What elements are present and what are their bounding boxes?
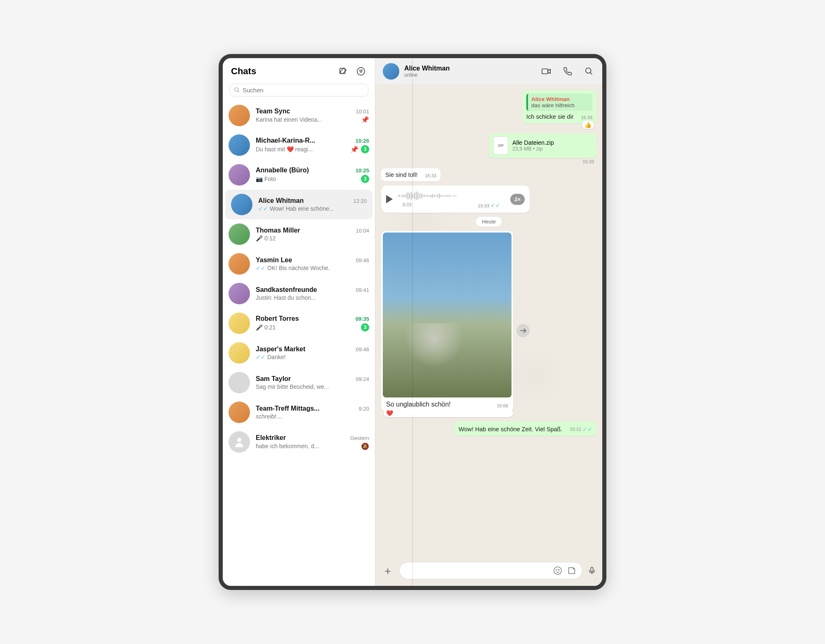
chat-list-item[interactable]: Annabelle (Büro)10:25📷 Foto3	[223, 160, 375, 190]
chat-name: Team Sync	[256, 108, 290, 115]
image-content[interactable]	[383, 233, 512, 397]
voice-speed-button[interactable]: 2×	[510, 194, 525, 205]
reply-text: das wäre hilfreich	[531, 102, 589, 108]
message-out-reply[interactable]: Alice Whitman das wäre hilfreich Ich sch…	[522, 90, 596, 129]
svg-rect-8	[542, 69, 548, 74]
chat-preview: Du hast mit ❤️ reagi...	[256, 146, 348, 153]
read-tick-icon: ✓✓	[256, 354, 266, 360]
chat-list-item[interactable]: Sam Taylor09:24Sag mir bitte Bescheid, w…	[223, 368, 375, 397]
read-tick-icon: ✓✓	[256, 265, 266, 271]
chat-list-item[interactable]: Team Sync10:01Karina hat einen Videoa...…	[223, 101, 375, 130]
message-out-text[interactable]: Wow! Hab eine schöne Zeit. Viel Spaß. 15…	[455, 421, 596, 436]
file-info: Alle Dateien.zip 23,5 MB • zip	[512, 139, 592, 152]
voice-call-icon[interactable]	[562, 66, 573, 77]
chat-search-icon[interactable]	[583, 66, 595, 77]
chat-list[interactable]: Team Sync10:01Karina hat einen Videoa...…	[223, 101, 375, 586]
search-box[interactable]	[229, 84, 368, 96]
chat-meta: Jasper's Market09:46✓✓ Danke!	[256, 346, 369, 360]
chat-time: 09:46	[356, 346, 369, 353]
chat-list-item[interactable]: Robert Torres09:35🎤 0:213	[223, 308, 375, 338]
chat-time: 12:20	[353, 198, 367, 204]
avatar	[229, 431, 250, 453]
search-wrap	[223, 82, 375, 101]
chat-meta: Team Sync10:01Karina hat einen Videoa...…	[256, 108, 369, 124]
chat-preview: 🎤 0:21	[256, 324, 358, 331]
image-time: 15:06	[497, 403, 508, 408]
file-icon: ZIP	[493, 136, 508, 155]
svg-line-6	[238, 91, 239, 92]
chat-list-item[interactable]: Michael-Karina-R...10:26Du hast mit ❤️ r…	[223, 130, 375, 160]
chat-time: 10:26	[356, 138, 369, 144]
svg-point-7	[237, 438, 241, 442]
search-input[interactable]	[243, 87, 364, 94]
play-icon[interactable]	[386, 195, 393, 203]
svg-line-10	[590, 73, 592, 75]
reaction-thumbsup[interactable]: 👍	[582, 121, 594, 129]
chat-name: Annabelle (Büro)	[256, 167, 309, 174]
chat-list-item[interactable]: ElektrikerGesternhabe ich bekommen, d...…	[223, 427, 375, 457]
device-frame: Chats Team Sync10:01Karina hat einen Vid…	[219, 54, 606, 590]
message-in-text[interactable]: Sie sind toll! 15:33	[381, 168, 441, 181]
message-input-field[interactable]	[399, 562, 582, 579]
chat-time: 09:46	[356, 257, 369, 263]
chat-list-item[interactable]: Yasmin Lee09:46✓✓ OK! Bis nächste Woche.	[223, 249, 375, 279]
avatar	[229, 223, 250, 245]
chat-preview: Karina hat einen Videoa...	[256, 116, 358, 123]
read-tick-icon: ✓✓	[258, 205, 268, 212]
svg-point-5	[235, 88, 238, 92]
svg-rect-14	[591, 567, 593, 572]
input-bar: ＋	[375, 558, 602, 586]
unread-badge: 3	[361, 145, 369, 153]
avatar	[231, 194, 252, 215]
chat-preview: 🎤 0:12	[256, 235, 367, 242]
file-name: Alle Dateien.zip	[512, 139, 592, 146]
sticker-icon[interactable]	[567, 566, 576, 575]
avatar	[229, 283, 250, 304]
attach-icon[interactable]: ＋	[381, 564, 394, 578]
messages-area[interactable]: Alice Whitman das wäre hilfreich Ich sch…	[375, 85, 602, 558]
mic-icon[interactable]	[587, 566, 596, 575]
emoji-icon[interactable]	[553, 566, 562, 575]
chat-name: Elektriker	[256, 434, 286, 442]
voice-waveform[interactable]	[398, 190, 505, 202]
chat-header-name: Alice Whitman	[404, 65, 535, 72]
chat-list-item[interactable]: Thomas Miller10:04🎤 0:12	[223, 219, 375, 249]
chat-name: Thomas Miller	[256, 227, 300, 234]
unread-badge: 3	[361, 175, 369, 183]
chat-list-item[interactable]: Sandkastenfreunde09:41Justin: Hast du sc…	[223, 279, 375, 308]
chat-list-item[interactable]: Jasper's Market09:46✓✓ Danke!	[223, 338, 375, 368]
chat-header[interactable]: Alice Whitman online	[375, 58, 602, 85]
message-text: Ich schicke sie dir	[526, 113, 573, 120]
avatar	[229, 313, 250, 334]
message-out-file[interactable]: ZIP Alle Dateien.zip 23,5 MB • zip 15:33	[489, 133, 596, 164]
voice-indicator-icon: 🎤	[256, 235, 263, 242]
message-in-image[interactable]: So unglaublich schön! 15:06 ❤️	[381, 231, 513, 417]
chat-meta: Thomas Miller10:04🎤 0:12	[256, 227, 369, 242]
chat-preview: ✓✓ Wow! Hab eine schöne...	[258, 205, 364, 212]
file-meta: 23,5 MB • zip	[512, 146, 592, 152]
message-text: Sie sind toll!	[385, 172, 417, 178]
video-call-icon[interactable]	[540, 66, 552, 77]
filter-icon[interactable]	[355, 66, 367, 77]
chat-preview: ✓✓ Danke!	[256, 354, 367, 360]
chat-list-item[interactable]: Alice Whitman12:20✓✓ Wow! Hab eine schön…	[225, 190, 372, 219]
reaction-heart[interactable]: ❤️	[384, 409, 513, 417]
avatar	[229, 372, 250, 393]
message-time: 15:33	[581, 115, 592, 120]
voice-time: 15:33 ✓✓	[478, 202, 501, 209]
message-in-voice[interactable]: 0:23 15:33 ✓✓ 2×	[381, 186, 530, 213]
chat-name: Robert Torres	[256, 315, 299, 322]
chat-time: 10:25	[356, 167, 369, 174]
mute-icon: 🔕	[361, 442, 369, 450]
chat-time: 09:35	[356, 316, 369, 322]
chat-meta: Annabelle (Büro)10:25📷 Foto3	[256, 167, 369, 183]
chat-name: Jasper's Market	[256, 346, 305, 353]
message-input[interactable]	[405, 567, 549, 574]
compose-icon[interactable]	[337, 66, 349, 77]
chat-meta: Sandkastenfreunde09:41Justin: Hast du sc…	[256, 286, 369, 301]
forward-icon[interactable]	[516, 324, 530, 337]
chat-time: Gestern	[350, 435, 369, 441]
chat-list-item[interactable]: Team-Treff Mittags...9:20schreibt ...	[223, 397, 375, 427]
chat-header-avatar[interactable]	[383, 63, 399, 80]
chats-header-actions	[337, 66, 367, 77]
